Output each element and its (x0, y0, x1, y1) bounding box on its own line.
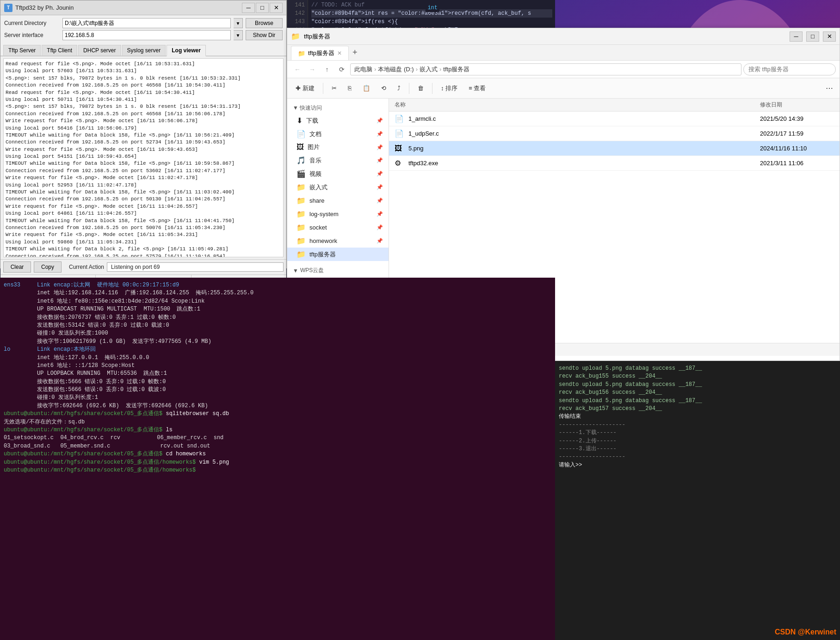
col-date: 修改日期 (760, 101, 834, 109)
copy-files-button[interactable]: ⎘ (343, 83, 356, 93)
config-area: Current Directory ▼ Browse Server interf… (0, 15, 286, 45)
wps-label: WPS云盘 (300, 267, 324, 274)
explorer-nav: ← → ↑ ⟳ 此电脑 › 本地磁盘 (D:) › 嵌入式 › tftp服务器 (287, 61, 840, 78)
delete-button[interactable]: 🗑 (413, 83, 428, 93)
explorer-titlebar: 📁 tftp服务器 ─ □ ✕ (287, 28, 840, 45)
view-button[interactable]: ≡ 查看 (464, 82, 490, 94)
nav-refresh-button[interactable]: ⟳ (335, 63, 348, 75)
new-button[interactable]: ✚ 新建 (291, 82, 319, 94)
sidebar-item-tftp[interactable]: 📁tftp服务器 (287, 248, 389, 261)
current-action-label: Current Action (69, 264, 104, 270)
current-directory-input[interactable] (62, 18, 231, 28)
tab-tftp-client[interactable]: Tftp Client (42, 45, 77, 56)
tftpd-titlebar: T Tftpd32 by Ph. Jounin ─ □ ✕ (0, 0, 286, 15)
toolbar-sep-2 (409, 83, 409, 94)
show-dir-button[interactable]: Show Dir (246, 30, 283, 40)
tftpd-icon: T (4, 4, 12, 12)
file-list-header: 名称 修改日期 (389, 99, 840, 112)
file-date-armcli: 2021/5/20 14:39 (760, 115, 834, 122)
explorer-tab-main[interactable]: 📁 tftp服务器 ✕ (291, 46, 349, 60)
sidebar-section-wps: ▼ WPS云盘 (287, 265, 389, 276)
share-button[interactable]: ⤴ (393, 83, 405, 93)
tab-log-viewer[interactable]: Log viewer (167, 45, 206, 56)
sidebar-item-video[interactable]: 🎬视频📌 (287, 167, 389, 180)
nav-up-button[interactable]: ↑ (321, 63, 334, 75)
tab-syslog-server[interactable]: Syslog server (122, 45, 166, 56)
file-name-armcli: 1_armcli.c (408, 115, 760, 122)
sidebar-item-socket[interactable]: 📁socket📌 (287, 221, 389, 234)
csdn-badge: CSDN @Kerwinet (775, 628, 836, 636)
address-bar[interactable]: 此电脑 › 本地磁盘 (D:) › 嵌入式 › tftp服务器 (350, 63, 741, 75)
tab-dhcp-server[interactable]: DHCP server (78, 45, 121, 56)
sidebar-item-homework[interactable]: 📁homework📌 (287, 234, 389, 248)
search-input[interactable] (743, 63, 836, 75)
nav-forward-button[interactable]: → (306, 63, 319, 75)
server-interface-input[interactable] (62, 30, 231, 40)
sidebar-item-share[interactable]: 📁share📌 (287, 194, 389, 207)
maximize-button[interactable]: □ (256, 3, 269, 13)
tabs-bar: Tftp Server Tftp Client DHCP server Sysl… (0, 45, 286, 56)
address-crumb-pc: 此电脑 (354, 65, 372, 74)
server-interface-row: Server interface ▼ Show Dir (4, 30, 283, 40)
file-name-5png: 5.png (408, 145, 760, 152)
more-options-button[interactable]: ⋯ (823, 82, 836, 94)
current-directory-label: Current Directory (4, 20, 60, 26)
minimize-button[interactable]: ─ (242, 3, 255, 13)
log-area[interactable]: Read request for file <5.png>. Mode octe… (3, 58, 284, 257)
sidebar-item-pictures[interactable]: 🖼图片📌 (287, 141, 389, 154)
tftpd-window: T Tftpd32 by Ph. Jounin ─ □ ✕ Current Di… (0, 0, 287, 268)
tftpd-window-controls: ─ □ ✕ (242, 3, 283, 13)
explorer-minimize[interactable]: ─ (790, 31, 803, 42)
cut-button[interactable]: ✂ (327, 83, 341, 93)
paste-button[interactable]: 📋 (358, 83, 375, 93)
right-terminal[interactable]: sendto upload 5.png databag success __18… (555, 361, 840, 640)
current-directory-dropdown[interactable]: ▼ (234, 18, 243, 28)
terminal[interactable]: ens33 Link encap:以太网 硬件地址 00:0c:29:17:15… (0, 278, 555, 640)
toolbar-sep-3 (432, 83, 432, 94)
address-crumb-tftp: tftp服务器 (443, 65, 469, 74)
nav-back-button[interactable]: ← (291, 63, 304, 75)
file-row-udpser[interactable]: 📄 1_udpSer.c 2022/1/17 11:59 (389, 126, 840, 141)
file-date-5png: 2024/11/16 11:10 (760, 145, 834, 152)
browse-button[interactable]: Browse (246, 18, 283, 28)
close-button[interactable]: ✕ (270, 3, 283, 13)
sidebar-item-log-system[interactable]: 📁log-system📌 (287, 207, 389, 221)
file-date-udpser: 2022/1/17 11:59 (760, 130, 834, 137)
explorer-toolbar: ✚ 新建 ✂ ⎘ 📋 ⟲ ⤴ 🗑 ↕ 排序 ≡ 查看 ⋯ (287, 78, 840, 99)
clear-button[interactable]: Clear (3, 261, 31, 273)
server-interface-dropdown[interactable]: ▼ (234, 30, 243, 40)
tftpd-title: Tftpd32 by Ph. Jounin (15, 4, 239, 11)
explorer-maximize[interactable]: □ (806, 31, 819, 42)
explorer-close[interactable]: ✕ (823, 31, 836, 42)
col-name: 名称 (395, 101, 760, 109)
file-row-5png[interactable]: 🖼 5.png 2024/11/16 11:10 (389, 141, 840, 156)
sidebar-item-embedded[interactable]: 📁嵌入式📌 (287, 180, 389, 194)
new-tab-button[interactable]: + (349, 45, 361, 60)
explorer-tabs: 📁 tftp服务器 ✕ + (287, 45, 840, 61)
file-row-armcli[interactable]: 📄 1_armcli.c 2021/5/20 14:39 (389, 112, 840, 126)
file-name-tftpd32: tftpd32.exe (408, 160, 760, 167)
file-name-udpser: 1_udpSer.c (408, 130, 760, 137)
current-action-value: Listening on port 69 (107, 262, 284, 272)
status-bar: Clear Copy Current Action Listening on p… (0, 259, 286, 274)
rename-button[interactable]: ⟲ (377, 83, 391, 93)
sidebar-item-docs[interactable]: 📄文档📌 (287, 127, 389, 141)
sort-button[interactable]: ↕ 排序 (436, 82, 462, 94)
copy-button[interactable]: Copy (34, 261, 62, 273)
file-date-tftpd32: 2021/3/11 11:06 (760, 160, 834, 167)
explorer-title: tftp服务器 (304, 32, 786, 41)
int-type-label: int (426, 4, 439, 12)
tab-tftp-server[interactable]: Tftp Server (3, 45, 41, 56)
file-row-tftpd32[interactable]: ⚙ tftpd32.exe 2021/3/11 11:06 (389, 156, 840, 171)
address-crumb-disk: 本地磁盘 (D:) (378, 65, 414, 74)
current-directory-row: Current Directory ▼ Browse (4, 18, 283, 28)
sidebar-item-download[interactable]: ⬇下载📌 (287, 114, 389, 127)
sidebar-section-pinned: ▼ 快速访问 (287, 102, 389, 114)
server-interface-label: Server interface (4, 32, 60, 38)
toolbar-sep-1 (323, 83, 323, 94)
explorer-tab-label: tftp服务器 (308, 49, 334, 57)
address-crumb-embedded: 嵌入式 (420, 65, 438, 74)
sidebar-item-music[interactable]: 🎵音乐📌 (287, 154, 389, 167)
